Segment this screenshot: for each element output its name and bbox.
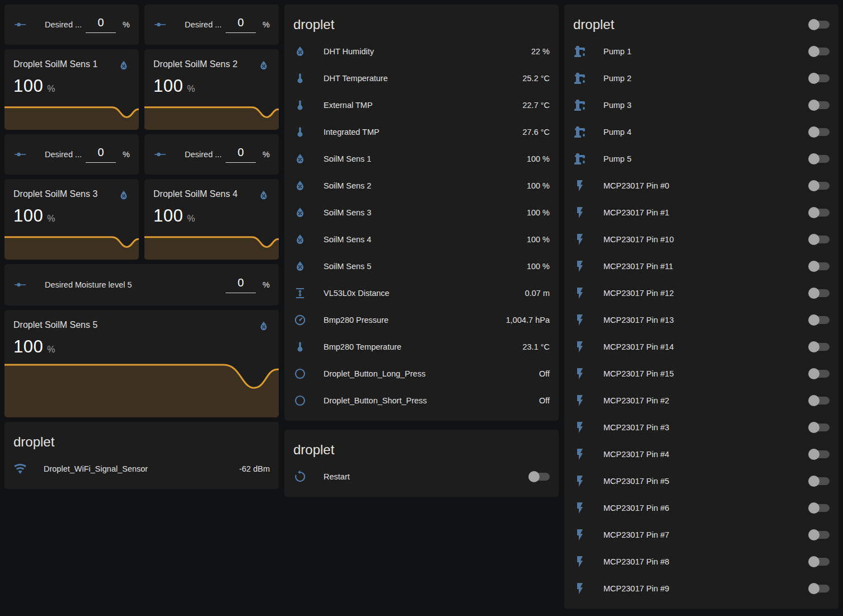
sensors-entities-card: droplet DHT Humidity 22 % DHT Temperatur… (284, 4, 559, 421)
desired-value-input[interactable]: 0 (226, 277, 256, 293)
flash-icon (573, 394, 587, 407)
toggle-switch[interactable] (528, 471, 550, 482)
entity-row[interactable]: SoilM Sens 4 100 % (284, 226, 559, 253)
switch-row[interactable]: MCP23017 Pin #0 (564, 172, 839, 199)
switch-row[interactable]: MCP23017 Pin #15 (564, 360, 839, 387)
switch-row[interactable]: MCP23017 Pin #8 (564, 548, 839, 575)
toggle-switch[interactable] (808, 207, 830, 218)
desired-moisture-3-card: Desired ... 0 % (4, 134, 139, 175)
flash-icon (573, 233, 587, 246)
toggle-switch[interactable] (808, 73, 830, 84)
sensor-unit: % (47, 84, 55, 94)
switch-row[interactable]: MCP23017 Pin #12 (564, 280, 839, 307)
entity-row[interactable]: Bmp280 Pressure 1,004.7 hPa (284, 307, 559, 333)
entity-row[interactable]: SoilM Sens 5 100 % (284, 253, 559, 280)
entity-row[interactable]: DHT Humidity 22 % (284, 38, 559, 65)
toggle-switch[interactable] (808, 395, 830, 406)
switch-row[interactable]: Pump 3 (564, 92, 839, 119)
toggle-switch[interactable] (808, 529, 830, 540)
toggle-switch[interactable] (808, 476, 830, 487)
switch-row[interactable]: MCP23017 Pin #5 (564, 468, 839, 495)
entity-value: -62 dBm (239, 464, 270, 473)
water-percent-icon (118, 59, 130, 72)
switch-row[interactable]: MCP23017 Pin #3 (564, 414, 839, 441)
toggle-switch[interactable] (808, 341, 830, 352)
entity-name: MCP23017 Pin #10 (603, 235, 808, 244)
soilm-sens-3-card[interactable]: Droplet SoilM Sens 3 100 % (4, 179, 139, 260)
water-percent-icon (293, 179, 307, 192)
toggle-switch[interactable] (808, 153, 830, 164)
toggle-switch[interactable] (808, 126, 830, 138)
switch-row[interactable]: Pump 5 (564, 145, 839, 172)
toggle-switch[interactable] (808, 46, 830, 57)
switch-row[interactable]: MCP23017 Pin #7 (564, 521, 839, 548)
entity-name: Pump 2 (603, 74, 808, 83)
toggle-switch[interactable] (808, 556, 830, 567)
desired-value-input[interactable]: 0 (86, 17, 116, 33)
entity-row[interactable]: Droplet_Button_Long_Press Off (284, 360, 559, 387)
desired-value-input[interactable]: 0 (226, 147, 256, 163)
switch-row[interactable]: MCP23017 Pin #9 (564, 575, 839, 602)
toggle-switch[interactable] (808, 422, 830, 433)
water-percent-icon (293, 260, 307, 273)
sensor-unit: % (47, 345, 55, 355)
entity-name: MCP23017 Pin #9 (603, 584, 808, 593)
switch-row[interactable]: MCP23017 Pin #10 (564, 226, 839, 253)
soilm-sens-2-card[interactable]: Droplet SoilM Sens 2 100 % (144, 49, 279, 130)
switch-row[interactable]: MCP23017 Pin #4 (564, 441, 839, 468)
entity-row[interactable]: SoilM Sens 2 100 % (284, 172, 559, 199)
unit-label: % (263, 280, 270, 289)
flash-icon (573, 555, 587, 568)
entity-row[interactable]: Integrated TMP 27.6 °C (284, 119, 559, 145)
entity-row[interactable]: SoilM Sens 1 100 % (284, 145, 559, 172)
toggle-switch[interactable] (808, 261, 830, 272)
switch-row[interactable]: Restart (284, 463, 559, 490)
soilm-sens-1-card[interactable]: Droplet SoilM Sens 1 100 % (4, 49, 139, 130)
soilm-sens-5-card[interactable]: Droplet SoilM Sens 5 100 % (4, 310, 279, 417)
toggle-switch[interactable] (808, 288, 830, 299)
entity-row[interactable]: Droplet_WiFi_Signal_Sensor -62 dBm (4, 455, 279, 482)
entity-name: MCP23017 Pin #12 (603, 289, 808, 298)
switch-row[interactable]: MCP23017 Pin #2 (564, 387, 839, 414)
input-label: Desired ... (185, 150, 226, 159)
toggle-switch[interactable] (808, 502, 830, 514)
soilm-sens-4-card[interactable]: Droplet SoilM Sens 4 100 % (144, 179, 279, 260)
entity-row[interactable]: Droplet_Button_Short_Press Off (284, 387, 559, 414)
card-title: droplet (13, 434, 54, 450)
desired-value-input[interactable]: 0 (86, 147, 116, 163)
switch-row[interactable]: MCP23017 Pin #11 (564, 253, 839, 280)
toggle-switch[interactable] (808, 583, 830, 594)
middle-column: droplet DHT Humidity 22 % DHT Temperatur… (284, 4, 559, 497)
switch-row[interactable]: MCP23017 Pin #13 (564, 307, 839, 333)
entity-row[interactable]: DHT Temperature 25.2 °C (284, 65, 559, 92)
entity-name: Pump 3 (603, 101, 808, 110)
entity-row[interactable]: External TMP 22.7 °C (284, 92, 559, 119)
toggle-switch[interactable] (808, 314, 830, 326)
toggle-all-switch[interactable] (808, 19, 830, 30)
entity-row[interactable]: Bmp280 Temperature 23.1 °C (284, 333, 559, 360)
entity-row[interactable]: VL53L0x Distance 0.07 m (284, 280, 559, 307)
sensor-value: 100 (13, 337, 43, 357)
toggle-switch[interactable] (808, 234, 830, 245)
entity-row[interactable]: SoilM Sens 3 100 % (284, 199, 559, 226)
toggle-switch[interactable] (808, 180, 830, 191)
switch-row[interactable]: MCP23017 Pin #14 (564, 333, 839, 360)
thermometer-icon (293, 340, 307, 354)
toggle-switch[interactable] (808, 449, 830, 460)
left-column: Desired ... 0 % Desired ... 0 % Droplet … (4, 4, 279, 489)
toggle-switch[interactable] (808, 368, 830, 379)
ray-vertex-icon (13, 18, 27, 31)
sensor-value: 100 (153, 206, 183, 226)
flash-icon (573, 367, 587, 380)
toggle-switch[interactable] (808, 100, 830, 111)
entity-value: Off (539, 369, 550, 378)
wifi-card: droplet Droplet_WiFi_Signal_Sensor -62 d… (4, 422, 279, 489)
switch-row[interactable]: MCP23017 Pin #6 (564, 495, 839, 521)
desired-value-input[interactable]: 0 (226, 17, 256, 33)
switch-row[interactable]: Pump 1 (564, 38, 839, 65)
flash-icon (573, 206, 587, 219)
switch-row[interactable]: Pump 4 (564, 119, 839, 145)
input-label: Desired Moisture level 5 (45, 280, 226, 289)
switch-row[interactable]: Pump 2 (564, 65, 839, 92)
switch-row[interactable]: MCP23017 Pin #1 (564, 199, 839, 226)
